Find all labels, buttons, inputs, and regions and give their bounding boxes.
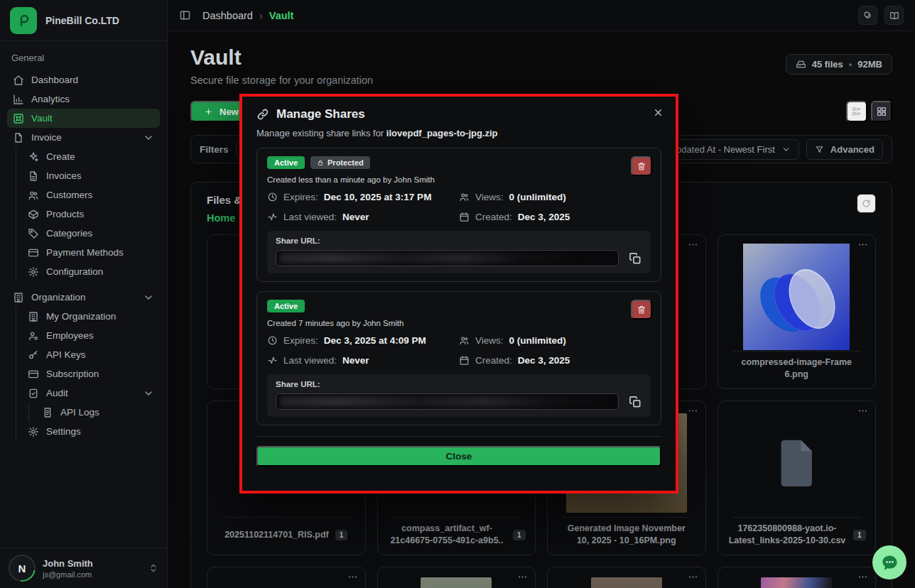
user-menu[interactable]: N John Smith js@gmail.com [0, 548, 167, 588]
calendar-icon [459, 212, 470, 222]
redacted-url [280, 396, 608, 407]
advanced-filters-button[interactable]: Advanced [806, 139, 883, 160]
trash-icon [637, 305, 646, 315]
status-badge: Active [267, 300, 305, 312]
card-menu-icon[interactable] [688, 239, 698, 250]
card-menu-icon[interactable] [517, 572, 528, 582]
activity-icon [267, 212, 278, 222]
card-menu-icon[interactable] [857, 572, 868, 582]
calendar-icon [459, 355, 470, 366]
refresh-icon [862, 199, 871, 208]
building-icon [28, 311, 39, 322]
file-name: 20251102114701_RIS.pdf [224, 529, 329, 541]
topbar: Dashboard › Vault [168, 0, 915, 31]
lock-icon [317, 159, 324, 166]
sidebar-item-my-organization[interactable]: My Organization [16, 307, 160, 326]
card-menu-icon[interactable] [857, 405, 868, 416]
chat-widget-button[interactable] [872, 545, 906, 579]
breadcrumb-vault[interactable]: Vault [269, 10, 294, 21]
file-thumbnail [386, 575, 527, 588]
trash-icon [637, 161, 646, 171]
file-card[interactable] [207, 567, 366, 588]
sidebar-item-categories[interactable]: Categories [16, 224, 160, 243]
gear-icon [28, 426, 39, 437]
clock-icon [267, 192, 278, 202]
sidebar-item-invoices[interactable]: Invoices [16, 166, 160, 185]
status-badge: Active [267, 156, 305, 169]
share-url-input[interactable] [276, 250, 619, 266]
file-card[interactable] [377, 567, 536, 588]
list-view-button[interactable] [846, 101, 867, 122]
share-link-card: Active Protected Created less than a min… [256, 148, 661, 282]
share-url-panel: Share URL: [267, 231, 651, 273]
last-viewed-value: Never [342, 355, 369, 366]
sidebar: PineBill Co.LTD General Dashboard Analyt… [0, 0, 168, 588]
user-email: js@gmail.com [43, 570, 93, 579]
sidebar-item-invoice[interactable]: Invoice [7, 128, 160, 147]
file-icon [774, 437, 818, 489]
card-menu-icon[interactable] [688, 405, 698, 416]
employees-icon [28, 330, 39, 342]
clipboard-icon [28, 388, 39, 399]
sidebar-item-employees[interactable]: Employees [16, 326, 160, 345]
sidebar-item-audit[interactable]: Audit [16, 383, 160, 403]
users-icon [459, 192, 470, 202]
views-value: 0 (unlimited) [509, 335, 566, 346]
tag-icon [28, 228, 39, 239]
list-view-icon [851, 106, 862, 117]
sidebar-item-analytics[interactable]: Analytics [7, 89, 160, 109]
invoice-icon [13, 132, 24, 143]
close-icon[interactable] [653, 107, 664, 118]
chart-icon [13, 94, 24, 105]
file-card[interactable]: 1762350800988-yaot.io-Latest_links-2025-… [718, 401, 877, 555]
sidebar-toggle-icon[interactable] [179, 9, 191, 21]
currency-button[interactable] [858, 6, 877, 25]
sidebar-item-organization[interactable]: Organization [7, 288, 160, 307]
photo-house-thumbnail [421, 577, 492, 588]
copy-icon[interactable] [628, 251, 642, 266]
docs-button[interactable] [884, 6, 904, 25]
sidebar-item-configuration[interactable]: Configuration [16, 262, 160, 281]
sidebar-item-api-keys[interactable]: API Keys [16, 345, 160, 364]
sidebar-item-vault[interactable]: Vault [7, 109, 160, 128]
sparkles-icon [28, 151, 39, 163]
delete-share-button[interactable] [631, 300, 652, 320]
book-icon [889, 11, 899, 21]
delete-share-button[interactable] [631, 156, 652, 176]
funnel-icon [815, 145, 824, 154]
card-menu-icon[interactable] [347, 572, 358, 582]
sidebar-item-products[interactable]: Products [16, 205, 160, 224]
photo-building-thumbnail [591, 577, 662, 588]
share-url-input[interactable] [276, 393, 619, 410]
copy-icon[interactable] [628, 395, 642, 409]
credit-card-icon [28, 369, 39, 380]
file-card[interactable]: compressed-image-Frame 6.png [718, 234, 877, 389]
sidebar-item-settings[interactable]: Settings [16, 422, 160, 441]
vault-icon [13, 113, 24, 124]
created-note: Created 7 minutes ago by John Smith [267, 319, 651, 327]
sidebar-item-api-logs[interactable]: API Logs [16, 403, 160, 422]
clock-icon [267, 335, 278, 346]
breadcrumb-separator: › [259, 10, 263, 21]
card-menu-icon[interactable] [688, 572, 698, 582]
breadcrumb-dashboard[interactable]: Dashboard [202, 10, 253, 21]
grid-view-button[interactable] [871, 101, 892, 122]
sidebar-item-subscription[interactable]: Subscription [16, 364, 160, 383]
refresh-button[interactable] [857, 194, 876, 213]
created-value: Dec 3, 2025 [518, 355, 570, 366]
chat-bubble-icon [880, 553, 899, 572]
sidebar-item-dashboard[interactable]: Dashboard [7, 70, 160, 89]
sort-select[interactable]: Updated At - Newest First [661, 139, 799, 160]
file-card[interactable] [547, 567, 706, 588]
card-menu-icon[interactable] [857, 239, 868, 250]
sidebar-item-customers[interactable]: Customers [16, 185, 160, 205]
share-list: Active Protected Created less than a min… [256, 148, 661, 425]
company-logo [10, 7, 37, 34]
credit-card-icon [28, 247, 39, 258]
close-button[interactable]: Close [256, 446, 661, 467]
company-name: PineBill Co.LTD [45, 15, 119, 26]
sidebar-item-create[interactable]: Create [16, 147, 160, 166]
manage-shares-modal: Manage Shares Manage existing share link… [239, 94, 678, 494]
file-card[interactable] [718, 567, 877, 588]
sidebar-item-payment-methods[interactable]: Payment Methods [16, 243, 160, 262]
